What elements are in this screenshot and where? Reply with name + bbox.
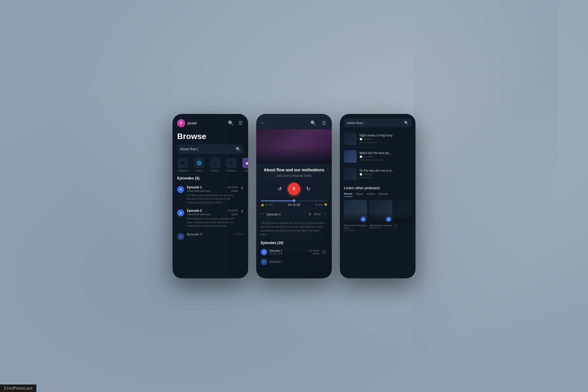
pod-card-1[interactable]: Miami isn't the best place to live John …	[344, 200, 367, 231]
rewind-button[interactable]: ↺	[278, 186, 282, 192]
player-search-icon[interactable]: 🔍	[309, 119, 317, 127]
result-3-meta: 🕐 24:15:05	[359, 173, 411, 176]
pod-card-1-art	[344, 200, 367, 223]
episode-3-title: Episode 3	[187, 232, 202, 236]
logo-icon: P	[180, 121, 182, 125]
likes-count: 37 501	[265, 203, 273, 206]
result-2-author: John Smith & Katy Doe	[359, 159, 411, 161]
listen-tab-topics[interactable]: Topics	[356, 192, 363, 197]
player-info: About flow and our motivations John Doe …	[256, 164, 332, 180]
progress-thumb	[293, 199, 295, 202]
episode-2-title: Episode 2	[187, 209, 202, 212]
pcast-logo: P	[177, 119, 185, 127]
ep2-1-play-button[interactable]	[261, 249, 267, 255]
episode-item-3: Episode 3 10:15:00	[173, 230, 248, 242]
browse-title: Browse	[173, 130, 248, 145]
episode-1-play-button[interactable]	[177, 186, 184, 193]
progress-stats: 👍 37 501 24:15:05 37 501 👎	[261, 203, 327, 207]
forward-button[interactable]: ↻	[306, 186, 310, 192]
pod-card-2-play[interactable]	[386, 217, 391, 222]
watermark-domain: .net	[25, 386, 32, 391]
clock-icon-3: 🕐	[359, 173, 362, 176]
player-ep-download-icon[interactable]: ⬇	[308, 212, 311, 216]
search-input-value[interactable]: About flow |	[180, 147, 233, 151]
search-bar-3[interactable]: Urban flow | 🔍	[344, 119, 411, 127]
cat-podcasts[interactable]: 🎙 Podcasts	[224, 158, 238, 172]
back-button[interactable]: ←	[261, 120, 266, 126]
listen-tab-recent[interactable]: Recent	[344, 192, 352, 197]
result-3-thumbnail	[344, 168, 357, 180]
cat-categories[interactable]: ⊞ Categories	[176, 158, 190, 172]
thumbs-up-icon: 👍	[261, 203, 264, 206]
pod-card-3-author: m...	[395, 227, 411, 229]
listen-section: Listen other podcasts Recent Topics Auth…	[340, 183, 415, 234]
menu-icon[interactable]: ☰	[237, 119, 244, 127]
result-2-info: Miami isn't the best pla... 🕐 24:15:05 J…	[359, 151, 411, 161]
search-input-3-value[interactable]: Urban flow |	[347, 121, 402, 125]
cat-topics[interactable]: 🌐 Topics	[192, 158, 206, 172]
episode-2-subtitle: About flow and moti...	[187, 213, 212, 216]
ep2-1-download-icon[interactable]: ⬇	[321, 249, 327, 255]
player-ep-name: Episode 2	[267, 213, 306, 216]
player-menu-icon[interactable]: ☰	[321, 119, 327, 127]
search-result-1[interactable]: Night streets in Hog Kong 🕐 24:15:05 Jan…	[344, 130, 411, 148]
result-1-title: Night streets in Hog Kong	[359, 134, 411, 137]
listen-tab-episode[interactable]: Episode	[379, 192, 388, 197]
pod-card-2[interactable]: Night streets in Hog Kong Amanda Doe	[369, 200, 392, 231]
pod-card-2-author: Amanda Doe	[369, 227, 392, 229]
episode-1-title: Episode 1	[187, 185, 202, 189]
result-3-title: On her way she met a co...	[359, 169, 411, 172]
player-title: About flow and our motivations	[261, 167, 327, 172]
category-tabs: ⊞ Categories 🌐 Topics ☺ Authors 🎙 Podcas…	[173, 158, 248, 172]
result-2-meta: 🕐 24:15:05	[359, 155, 411, 158]
pod-card-2-art	[369, 200, 392, 223]
player-artwork	[256, 129, 332, 164]
pod-card-3-art	[395, 200, 411, 223]
episode-2-play-button[interactable]	[177, 209, 184, 216]
listen-tab-authors[interactable]: Authors	[366, 192, 375, 197]
search-bar[interactable]: About flow | 🔍	[177, 145, 244, 154]
likes-stat[interactable]: 👍 37 501	[261, 203, 273, 206]
episode-1-subtitle: About flow and moti...	[187, 190, 212, 192]
player-ep-menu-icon[interactable]: ⋮	[323, 212, 327, 217]
player-authors: John Doe & Amanda Smith	[261, 174, 327, 177]
search-icon-3[interactable]: 🔍	[404, 121, 409, 125]
cat-episodes[interactable]: ▶ Epi...	[241, 158, 248, 172]
search-submit-icon[interactable]: 🔍	[236, 147, 241, 151]
episode-3-play-button[interactable]	[177, 233, 184, 240]
episode-2-download-icon[interactable]: ⬇	[241, 209, 244, 213]
phone-player: ← 🔍 ☰ About flow and our motivations Joh…	[256, 114, 332, 278]
episode-2-content: Episode 2 10:15:00 About flow and moti..…	[187, 209, 238, 228]
player-header: ← 🔍 ☰	[256, 114, 332, 129]
ep2-1-date: 23 May 2019	[269, 252, 307, 255]
episode-1-download-icon[interactable]: ⬇	[241, 186, 244, 190]
episode-description: The Big Oxmox advised her not to do so, …	[256, 220, 332, 240]
dislikes-stat[interactable]: 37 501 👎	[315, 203, 327, 206]
search-results: Night streets in Hog Kong 🕐 24:15:05 Jan…	[340, 130, 415, 183]
pod-card-3[interactable]: O... m...	[395, 200, 411, 231]
progress-container[interactable]: 👍 37 501 24:15:05 37 501 👎	[256, 198, 332, 209]
episode-2-size: 10mb	[231, 213, 238, 216]
result-3-author: John Smith	[359, 176, 411, 179]
phone-browse: P pcast 🔍 ☰ Browse About flow | 🔍 ⊞ Cate…	[173, 114, 248, 278]
player-episode-row: 〰 Episode 2 ⬇ 50mb ⋮	[256, 209, 332, 220]
ep2-1-name: Episode 1	[269, 249, 307, 252]
pause-button[interactable]: ⏸	[288, 183, 300, 195]
browse-header: P pcast 🔍 ☰	[173, 114, 248, 130]
watermark-text: FreePreset	[4, 386, 25, 391]
search-result-3[interactable]: On her way she met a co... 🕐 24:15:05 Jo…	[344, 165, 411, 183]
episode-1-time: 10:15:00	[228, 186, 238, 189]
categories-icon: ⊞	[178, 158, 188, 168]
episode-3-time: 10:15:00	[233, 233, 244, 236]
episode-3-content: Episode 3 10:15:00	[187, 232, 244, 237]
result-2-time: 24:15:05	[364, 155, 372, 158]
result-3-info: On her way she met a co... 🕐 24:15:05 Jo…	[359, 169, 411, 179]
search-result-2[interactable]: Miami isn't the best pla... 🕐 24:15:05 J…	[344, 148, 411, 165]
episode-item-1: Episode 1 10:15:00 About flow and moti..…	[173, 183, 248, 207]
ep2-2-play-button[interactable]	[261, 259, 267, 265]
episode-1-content: Episode 1 10:15:00 About flow and moti..…	[187, 185, 238, 205]
progress-bar[interactable]	[261, 200, 327, 201]
cat-authors[interactable]: ☺ Authors	[208, 158, 222, 172]
search-icon[interactable]: 🔍	[227, 119, 235, 127]
pod-card-1-play[interactable]	[361, 217, 366, 222]
